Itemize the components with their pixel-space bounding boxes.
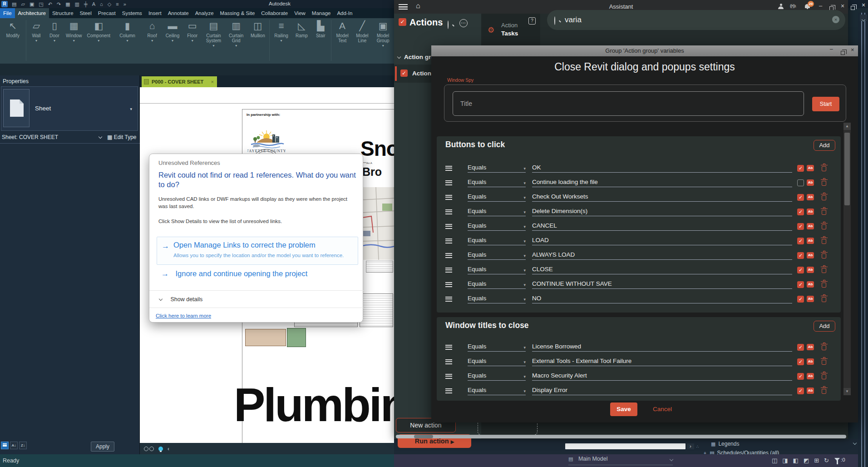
delete-row-icon[interactable] xyxy=(822,268,826,273)
sort-az-button[interactable]: A↓ xyxy=(10,442,18,449)
enabled-checkbox[interactable]: ✓ xyxy=(797,358,804,365)
delete-row-icon[interactable] xyxy=(822,297,826,302)
ribbon-tool-button[interactable]: ↖ Modify ▾ xyxy=(1,18,25,55)
search-icon[interactable] xyxy=(448,20,449,29)
delete-row-icon[interactable] xyxy=(822,374,826,379)
ribbon-tab[interactable]: Manage xyxy=(309,8,334,18)
match-operator-dropdown[interactable]: Equals▾ xyxy=(468,222,526,231)
enabled-checkbox[interactable]: ✓ xyxy=(797,344,804,351)
delete-row-icon[interactable] xyxy=(822,389,826,394)
ribbon-tool-button[interactable]: ◺ Ramp ▾ xyxy=(292,18,311,55)
ribbon-tab[interactable]: Massing & Site xyxy=(217,8,258,18)
rule-value-input[interactable]: CONTINUE WITHOUT SAVE xyxy=(532,280,792,289)
rule-value-input[interactable]: Check Out Worksets xyxy=(532,193,792,202)
drag-handle-icon[interactable] xyxy=(445,345,452,350)
clear-search-icon[interactable]: × xyxy=(832,16,839,23)
case-sensitive-icon[interactable]: Ab xyxy=(807,373,814,379)
rule-value-input[interactable]: CLOSE xyxy=(532,266,792,274)
ribbon-tool-button[interactable]: ▾ xyxy=(331,20,331,61)
scroll-up-icon[interactable]: ▲ xyxy=(843,123,851,130)
delete-row-icon[interactable] xyxy=(822,181,826,186)
lightbulb-icon[interactable] xyxy=(158,447,163,451)
rule-value-input[interactable]: External Tools - External Tool Failure xyxy=(532,358,792,366)
enabled-checkbox[interactable]: ✓ xyxy=(797,296,804,303)
ribbon-tab[interactable]: File xyxy=(0,8,15,18)
case-sensitive-icon[interactable]: Ab xyxy=(807,179,814,186)
status-tool-icon[interactable]: ↻ xyxy=(824,457,829,464)
drag-handle-icon[interactable] xyxy=(445,253,452,258)
horizontal-scrollbar[interactable] xyxy=(565,443,686,449)
restore-window-icon[interactable] xyxy=(851,6,855,10)
modal-vscrollbar[interactable]: ▲ ▼ xyxy=(843,123,851,395)
close-window-icon[interactable]: × xyxy=(862,1,865,9)
qat-tool-icon[interactable]: ◳ xyxy=(39,0,43,8)
delete-row-icon[interactable] xyxy=(822,195,826,200)
qat-tool-icon[interactable]: ╪ xyxy=(84,0,88,8)
match-operator-dropdown[interactable]: Equals▾ xyxy=(468,358,526,366)
ribbon-tool-button[interactable]: ▾ xyxy=(26,20,26,61)
case-sensitive-icon[interactable]: Ab xyxy=(807,267,814,273)
more-options-icon[interactable]: ··· xyxy=(459,19,468,27)
drag-handle-icon[interactable] xyxy=(445,166,452,171)
match-operator-dropdown[interactable]: Equals▾ xyxy=(468,266,526,274)
match-operator-dropdown[interactable]: Equals▾ xyxy=(468,295,526,303)
assistant-hscrollbar[interactable] xyxy=(396,435,846,438)
ribbon-tool-button[interactable]: ▯ Door ▾ xyxy=(45,18,63,55)
rule-value-input[interactable]: OK xyxy=(532,164,792,173)
enabled-checkbox[interactable]: ✓ xyxy=(797,165,804,172)
ribbon-tab[interactable]: Analyze xyxy=(192,8,217,18)
delete-row-icon[interactable] xyxy=(822,210,826,215)
modal-title-bar[interactable]: Group 'Action group' variables – × xyxy=(431,45,858,56)
ribbon-tool-button[interactable]: A Model Text ▾ xyxy=(332,18,353,55)
case-sensitive-icon[interactable]: Ab xyxy=(807,223,814,229)
drag-handle-icon[interactable] xyxy=(445,374,452,379)
match-operator-dropdown[interactable]: Equals▾ xyxy=(468,343,526,352)
edit-type-button[interactable]: ▦ Edit Type xyxy=(107,134,136,140)
view-tab-cover-sheet[interactable]: P000 - COVER SHEET × xyxy=(142,76,217,87)
delete-row-icon[interactable] xyxy=(822,360,826,365)
chevron-down-icon[interactable] xyxy=(853,441,857,445)
chevron-left-icon[interactable]: ‹ xyxy=(168,446,169,452)
drag-handle-icon[interactable] xyxy=(445,209,452,214)
delete-row-icon[interactable] xyxy=(822,345,826,350)
qat-tool-icon[interactable]: » xyxy=(123,0,126,8)
drag-handle-icon[interactable] xyxy=(445,268,452,273)
qat-tool-icon[interactable]: ▣ xyxy=(30,0,34,8)
glasses-icon[interactable] xyxy=(144,447,154,451)
match-operator-dropdown[interactable]: Equals▾ xyxy=(468,164,526,173)
scroll-right-button[interactable]: › xyxy=(687,443,694,449)
rule-value-input[interactable]: Display Error xyxy=(532,387,792,395)
qat-tool-icon[interactable]: ◇ xyxy=(108,0,111,8)
ribbon-tab[interactable]: Systems xyxy=(119,8,145,18)
drag-handle-icon[interactable] xyxy=(445,388,452,393)
show-details-toggle[interactable]: Show details xyxy=(159,295,202,303)
learn-more-link[interactable]: Click here to learn more xyxy=(156,313,211,318)
ribbon-tool-button[interactable]: ◫ Mullion ▾ xyxy=(247,18,269,55)
drag-handle-icon[interactable] xyxy=(445,359,452,364)
drag-handle-icon[interactable] xyxy=(445,195,452,200)
filter-icon[interactable] xyxy=(834,458,840,461)
enabled-checkbox[interactable]: ✓ xyxy=(797,209,804,215)
case-sensitive-icon[interactable]: Ab xyxy=(807,165,814,171)
drag-handle-icon[interactable] xyxy=(445,180,452,185)
case-sensitive-icon[interactable]: Ab xyxy=(807,344,814,350)
match-operator-dropdown[interactable]: Equals▾ xyxy=(468,372,526,381)
ribbon-tool-button[interactable]: ▦ Window ▾ xyxy=(63,18,84,55)
case-sensitive-icon[interactable]: Ab xyxy=(807,281,814,288)
close-icon[interactable]: × xyxy=(851,46,854,53)
ribbon-tab[interactable]: Architecture xyxy=(15,8,49,18)
qat-tool-icon[interactable]: ⌂ xyxy=(100,0,103,8)
ribbon-tab[interactable]: Annotate xyxy=(165,8,192,18)
scroll-down-icon[interactable]: ▼ xyxy=(843,388,851,395)
ribbon-tool-button[interactable]: ◧ Component ▾ xyxy=(84,18,113,55)
delete-row-icon[interactable] xyxy=(822,166,826,171)
restore-icon[interactable] xyxy=(841,51,845,55)
ribbon-tab[interactable]: Structure xyxy=(49,8,77,18)
delete-row-icon[interactable] xyxy=(822,283,826,288)
qat-tool-icon[interactable]: ▦ xyxy=(65,0,70,8)
command-label[interactable]: Ignore and continue opening the project xyxy=(175,269,307,278)
action-check-icon[interactable]: ✓ xyxy=(400,70,408,77)
ribbon-tab[interactable]: Insert xyxy=(145,8,165,18)
command-label[interactable]: Open Manage Links to correct the problem xyxy=(173,241,316,249)
resize-grip[interactable]: ∴ xyxy=(696,445,699,449)
